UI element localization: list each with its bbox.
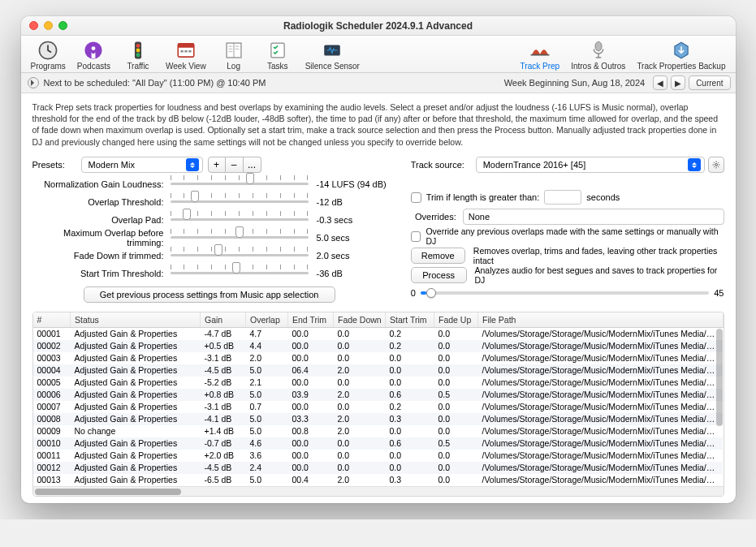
cell-path: /Volumes/Storage/Storage/Music/ModernMix… bbox=[478, 437, 724, 450]
cell-fd: 0.0 bbox=[334, 377, 386, 389]
horizontal-scrollbar[interactable] bbox=[33, 486, 724, 496]
cell-fu: 0.0 bbox=[434, 377, 478, 389]
progress-slider[interactable] bbox=[421, 291, 709, 295]
table-row[interactable]: 00010Adjusted Gain & Properties-0.7 dB4.… bbox=[33, 437, 724, 450]
track-source-settings-button[interactable] bbox=[708, 157, 724, 173]
remove-button[interactable]: Remove bbox=[411, 248, 465, 264]
svg-rect-15 bbox=[530, 54, 549, 56]
cell-end: 00.4 bbox=[288, 474, 334, 486]
toolbar-label: Week View bbox=[166, 62, 206, 71]
column-header[interactable]: Fade Down bbox=[334, 312, 386, 328]
cell-end: 00.0 bbox=[288, 340, 334, 352]
preset-add-button[interactable]: + bbox=[208, 157, 226, 173]
maxoverlap-slider[interactable] bbox=[171, 231, 309, 244]
table-row[interactable]: 00008Adjusted Gain & Properties-4.1 dB5.… bbox=[33, 413, 724, 425]
cell-end: 00.0 bbox=[288, 352, 334, 364]
cell-overlap: 5.0 bbox=[246, 389, 288, 401]
minimize-icon[interactable] bbox=[44, 21, 53, 30]
toolbar-label: Log bbox=[227, 62, 240, 71]
fadedown-slider[interactable] bbox=[171, 249, 309, 262]
column-header[interactable]: Status bbox=[71, 312, 201, 328]
overrides-label: Overrides: bbox=[411, 212, 463, 222]
table-row[interactable]: 00011Adjusted Gain & Properties+2.0 dB3.… bbox=[33, 450, 724, 462]
maximize-icon[interactable] bbox=[58, 21, 67, 30]
table-row[interactable]: 00005Adjusted Gain & Properties-5.2 dB2.… bbox=[33, 377, 724, 389]
table-row[interactable]: 00012Adjusted Gain & Properties-4.5 dB2.… bbox=[33, 462, 724, 474]
column-header[interactable]: Overlap bbox=[246, 312, 288, 328]
info-bar: Next to be scheduled: "All Day" (11:00 P… bbox=[21, 73, 736, 93]
cell-fd: 0.0 bbox=[334, 352, 386, 364]
toolbar-label: Intros & Outros bbox=[571, 62, 625, 71]
cell-overlap: 2.0 bbox=[246, 352, 288, 364]
cell-fu: 0.0 bbox=[434, 340, 478, 352]
get-previous-settings-button[interactable]: Get previous process settings from Music… bbox=[84, 286, 335, 303]
column-header[interactable]: # bbox=[33, 312, 71, 328]
column-header[interactable]: Fade Up bbox=[434, 312, 478, 328]
app-window: Radiologik Scheduler 2024.9.1 Advanced P… bbox=[21, 16, 736, 503]
cell-fu: 0.0 bbox=[434, 462, 478, 474]
cell-gain: +0.8 dB bbox=[201, 389, 246, 401]
table-row[interactable]: 00006Adjusted Gain & Properties+0.8 dB5.… bbox=[33, 389, 724, 401]
trim-if-length-input[interactable] bbox=[544, 190, 581, 205]
toolbar-silence-sensor[interactable]: Silence Sensor bbox=[305, 39, 360, 71]
toolbar-intros-outros[interactable]: Intros & Outros bbox=[571, 39, 625, 71]
column-header[interactable]: Gain bbox=[201, 312, 246, 328]
table-row[interactable]: 00003Adjusted Gain & Properties-3.1 dB2.… bbox=[33, 352, 724, 364]
column-header[interactable]: Start Trim bbox=[386, 312, 434, 328]
toolbar-tasks[interactable]: Tasks bbox=[261, 39, 294, 71]
cell-overlap: 3.6 bbox=[246, 450, 288, 462]
cell-status: Adjusted Gain & Properties bbox=[71, 450, 201, 462]
column-header[interactable]: End Trim bbox=[288, 312, 334, 328]
close-icon[interactable] bbox=[29, 21, 38, 30]
sensor-icon bbox=[321, 39, 343, 62]
cell-path: /Volumes/Storage/Storage/Music/ModernMix… bbox=[478, 450, 724, 462]
cell-path: /Volumes/Storage/Storage/Music/ModernMix… bbox=[478, 462, 724, 474]
toolbar-traffic[interactable]: Traffic bbox=[122, 39, 154, 71]
trim-if-length-checkbox[interactable] bbox=[411, 192, 421, 203]
cell-st: 0.0 bbox=[386, 462, 434, 474]
toolbar-track-prep[interactable]: Track Prep bbox=[521, 39, 560, 71]
toolbar-track-properties-backup[interactable]: Track Properties Backup bbox=[637, 39, 725, 71]
table-row[interactable]: 00001Adjusted Gain & Properties-4.7 dB4.… bbox=[33, 327, 724, 340]
toolbar-podcasts[interactable]: Podcasts bbox=[77, 39, 110, 71]
fadedown-value: 2.0 secs bbox=[317, 251, 350, 261]
toolbar-week-view[interactable]: Week View bbox=[166, 39, 206, 71]
table-row[interactable]: 00007Adjusted Gain & Properties-3.1 dB0.… bbox=[33, 401, 724, 413]
prev-week-button[interactable]: ◀ bbox=[653, 75, 667, 90]
threshold-slider[interactable] bbox=[171, 196, 309, 209]
overrides-select[interactable]: None bbox=[463, 209, 724, 225]
column-header[interactable]: File Path bbox=[478, 312, 724, 328]
table-row[interactable]: 00004Adjusted Gain & Properties-4.5 dB5.… bbox=[33, 364, 724, 377]
vertical-scrollbar[interactable] bbox=[716, 329, 723, 426]
toolbar-label: Traffic bbox=[127, 62, 149, 71]
track-source-select[interactable]: ModernTrance 2016+ [45] bbox=[476, 157, 705, 173]
titlebar: Radiologik Scheduler 2024.9.1 Advanced bbox=[21, 16, 736, 36]
cell-overlap: 4.6 bbox=[246, 437, 288, 450]
podcast-icon bbox=[82, 39, 105, 62]
cell-status: Adjusted Gain & Properties bbox=[71, 474, 201, 486]
cell-fd: 2.0 bbox=[334, 364, 386, 377]
table-row[interactable]: 00013Adjusted Gain & Properties-6.5 dB5.… bbox=[33, 474, 724, 486]
cell-fu: 0.0 bbox=[434, 474, 478, 486]
presets-select[interactable]: Modern Mix bbox=[81, 157, 203, 173]
next-week-button[interactable]: ▶ bbox=[671, 75, 685, 90]
pad-slider[interactable] bbox=[171, 213, 309, 226]
starttrim-slider[interactable] bbox=[171, 267, 309, 280]
toolbar-log[interactable]: Log bbox=[218, 39, 250, 71]
override-previous-checkbox[interactable] bbox=[411, 231, 421, 242]
svg-rect-9 bbox=[180, 50, 183, 52]
cell-path: /Volumes/Storage/Storage/Music/ModernMix… bbox=[478, 389, 724, 401]
preset-remove-button[interactable]: – bbox=[226, 157, 244, 173]
preset-more-button[interactable]: ... bbox=[244, 157, 261, 173]
cell-path: /Volumes/Storage/Storage/Music/ModernMix… bbox=[478, 340, 724, 352]
toolbar-programs[interactable]: Programs bbox=[31, 39, 66, 71]
cell-fd: 2.0 bbox=[334, 425, 386, 437]
current-week-button[interactable]: Current bbox=[689, 75, 730, 90]
starttrim-label: Start Trim Threshold: bbox=[32, 269, 171, 278]
loudness-slider[interactable] bbox=[171, 178, 309, 191]
table-row[interactable]: 00002Adjusted Gain & Properties+0.5 dB4.… bbox=[33, 340, 724, 352]
table-row[interactable]: 00009No change+1.4 dB5.000.82.00.00.0/Vo… bbox=[33, 425, 724, 437]
cell-gain: +0.5 dB bbox=[201, 340, 246, 352]
process-button[interactable]: Process bbox=[411, 267, 467, 283]
cell-gain: -4.7 dB bbox=[201, 327, 246, 340]
